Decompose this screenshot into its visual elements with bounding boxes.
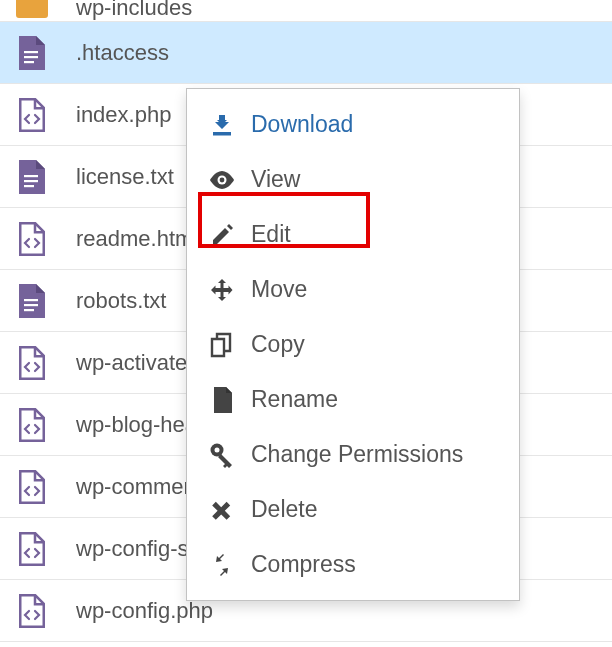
- svg-rect-2: [24, 61, 34, 63]
- menu-label: Compress: [251, 551, 356, 578]
- file-name: wp-includes: [76, 0, 192, 21]
- menu-label: Change Permissions: [251, 441, 463, 468]
- folder-icon: [16, 0, 48, 21]
- svg-point-13: [215, 447, 220, 452]
- pencil-icon: [207, 220, 237, 250]
- menu-label: Edit: [251, 221, 291, 248]
- svg-rect-8: [24, 309, 34, 311]
- menu-label: View: [251, 166, 300, 193]
- code-file-icon: [16, 595, 48, 627]
- menu-label: Download: [251, 111, 353, 138]
- svg-rect-0: [24, 51, 38, 53]
- key-icon: [207, 440, 237, 470]
- text-file-icon: [16, 285, 48, 317]
- eye-icon: [207, 165, 237, 195]
- menu-delete[interactable]: Delete: [187, 482, 519, 537]
- file-name: robots.txt: [76, 288, 166, 314]
- file-row[interactable]: wp-includes: [0, 0, 612, 22]
- code-file-icon: [16, 409, 48, 441]
- code-file-icon: [16, 471, 48, 503]
- svg-rect-3: [24, 175, 38, 177]
- menu-move[interactable]: Move: [187, 262, 519, 317]
- menu-label: Copy: [251, 331, 305, 358]
- compress-icon: [207, 550, 237, 580]
- file-name: .htaccess: [76, 40, 169, 66]
- menu-label: Move: [251, 276, 307, 303]
- menu-edit[interactable]: Edit: [187, 207, 519, 262]
- svg-point-11: [220, 177, 225, 182]
- file-name: index.php: [76, 102, 171, 128]
- menu-label: Rename: [251, 386, 338, 413]
- svg-rect-9: [213, 132, 231, 136]
- menu-change-permissions[interactable]: Change Permissions: [187, 427, 519, 482]
- svg-rect-1: [24, 56, 38, 58]
- menu-view[interactable]: View: [187, 152, 519, 207]
- code-file-icon: [16, 99, 48, 131]
- menu-rename[interactable]: Rename: [187, 372, 519, 427]
- file-name: readme.html: [76, 226, 198, 252]
- file-name: wp-config.php: [76, 598, 213, 624]
- context-menu: Download View Edit Move Copy Rename Ch: [186, 88, 520, 601]
- svg-rect-6: [24, 299, 38, 301]
- copy-icon: [207, 330, 237, 360]
- file-row[interactable]: .htaccess: [0, 22, 612, 84]
- rename-icon: [207, 385, 237, 415]
- text-file-icon: [16, 37, 48, 69]
- menu-compress[interactable]: Compress: [187, 537, 519, 592]
- menu-copy[interactable]: Copy: [187, 317, 519, 372]
- svg-rect-7: [24, 304, 38, 306]
- download-icon: [207, 110, 237, 140]
- code-file-icon: [16, 223, 48, 255]
- move-icon: [207, 275, 237, 305]
- svg-rect-4: [24, 180, 38, 182]
- menu-download[interactable]: Download: [187, 97, 519, 152]
- code-file-icon: [16, 347, 48, 379]
- delete-icon: [207, 495, 237, 525]
- text-file-icon: [16, 161, 48, 193]
- file-name: license.txt: [76, 164, 174, 190]
- svg-rect-5: [24, 185, 34, 187]
- menu-label: Delete: [251, 496, 317, 523]
- code-file-icon: [16, 533, 48, 565]
